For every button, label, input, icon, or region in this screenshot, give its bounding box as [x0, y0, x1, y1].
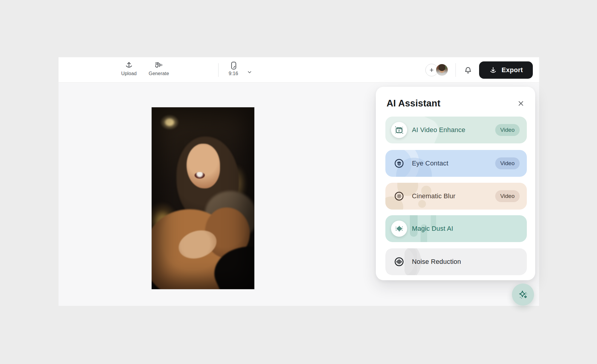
video-badge: Video [495, 190, 520, 202]
ai-assistant-header: AI Assistant [387, 97, 524, 110]
phone-portrait-icon [229, 61, 238, 70]
assistant-item-label: Cinematic Blur [412, 192, 456, 200]
toolbar-divider [218, 63, 219, 77]
bell-icon [464, 66, 473, 75]
top-toolbar: Upload Generate [59, 57, 539, 83]
plus-icon [428, 67, 435, 73]
export-button[interactable]: Export [479, 61, 533, 79]
export-label: Export [501, 66, 523, 74]
cinematic-blur-icon [391, 188, 407, 204]
video-vignette [152, 107, 254, 289]
assistant-item-ai-video-enhance[interactable]: AI Video Enhance Video [385, 117, 527, 143]
ai-assistant-fab[interactable] [512, 284, 534, 306]
aspect-ratio-selector[interactable]: 9:16 [229, 61, 238, 76]
assistant-item-label: Noise Reduction [412, 258, 461, 266]
video-enhance-icon [391, 122, 407, 138]
generate-label: Generate [149, 71, 169, 76]
avatar[interactable] [436, 63, 448, 76]
noise-reduction-icon [391, 254, 407, 270]
generate-icon [154, 61, 163, 70]
upload-icon [124, 61, 133, 70]
sparkles-icon [517, 288, 529, 301]
ai-assistant-panel: AI Assistant [376, 87, 535, 280]
screen: Upload Generate [0, 0, 597, 364]
notifications-button[interactable] [462, 64, 474, 76]
aspect-ratio-label: 9:16 [229, 71, 238, 76]
assistant-item-cinematic-blur[interactable]: Cinematic Blur Video [385, 183, 527, 210]
close-panel-button[interactable] [516, 98, 526, 109]
eye-contact-icon [391, 155, 407, 171]
chevron-down-icon[interactable] [247, 69, 253, 75]
assistant-item-label: Magic Dust AI [412, 225, 453, 233]
video-badge: Video [495, 124, 520, 136]
assistant-item-label: AI Video Enhance [412, 126, 465, 134]
download-icon [489, 66, 497, 74]
assistant-item-label: Eye Contact [412, 159, 448, 167]
panel-title: AI Assistant [387, 98, 440, 109]
assistant-item-noise-reduction[interactable]: Noise Reduction [385, 248, 527, 275]
video-canvas[interactable] [152, 107, 254, 289]
assistant-item-magic-dust-ai[interactable]: Magic Dust AI [385, 215, 527, 242]
generate-button[interactable]: Generate [149, 61, 169, 76]
topbar-divider [456, 63, 456, 77]
app-window: Upload Generate [59, 57, 539, 306]
upload-label: Upload [121, 71, 137, 76]
assistant-item-eye-contact[interactable]: Eye Contact Video [385, 150, 527, 177]
close-icon [517, 100, 525, 107]
magic-dust-icon [391, 221, 407, 237]
video-badge: Video [495, 157, 520, 169]
upload-button[interactable]: Upload [121, 61, 137, 76]
